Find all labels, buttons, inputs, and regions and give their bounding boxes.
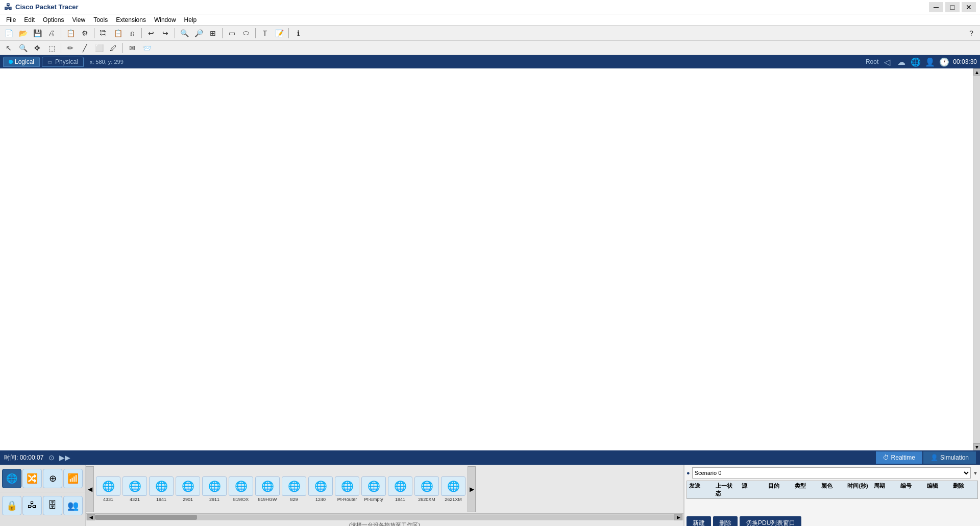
undo-delete-button[interactable]: ⎌ xyxy=(126,27,139,39)
new-button[interactable]: 📄 xyxy=(2,27,15,39)
paste-button[interactable]: 📋 xyxy=(111,27,125,39)
back-icon[interactable]: ◁ xyxy=(881,56,893,67)
redo-button[interactable]: ↪ xyxy=(159,27,172,39)
menu-extensions[interactable]: Extensions xyxy=(112,15,150,25)
scenario-circle-icon: ● xyxy=(687,470,690,476)
print-button[interactable]: 🖨 xyxy=(45,27,58,39)
custom-category[interactable]: 🗄 xyxy=(43,496,62,515)
complex-pdu-tool[interactable]: 📨 xyxy=(140,42,153,54)
right-scrollbar[interactable]: ▲ ▼ xyxy=(973,68,980,450)
root-label: Root xyxy=(866,58,878,65)
list-item[interactable]: 🌐 4321 xyxy=(122,476,147,502)
realtime-button[interactable]: ⏱ Realtime xyxy=(876,451,922,464)
list-item[interactable]: 🌐 829 xyxy=(282,476,306,502)
device-categories: 🌐 🔀 ⊕ 📶 🔒 🖧 🗄 👥 xyxy=(0,465,86,526)
wireless-category[interactable]: 📶 xyxy=(63,469,83,488)
routers-category[interactable]: 🌐 xyxy=(2,469,21,488)
activity-wizard-button[interactable]: 📋 xyxy=(64,27,77,39)
new-scenario-button[interactable]: 新建 xyxy=(687,516,711,526)
move-tool[interactable]: ✥ xyxy=(31,42,44,54)
search-tool[interactable]: 🔍 xyxy=(16,42,30,54)
menu-window[interactable]: Window xyxy=(150,15,180,25)
menu-options[interactable]: Options xyxy=(39,15,68,25)
simple-pdu-tool[interactable]: ✉ xyxy=(126,42,139,54)
select-tool[interactable]: ↖ xyxy=(2,42,15,54)
globe-icon[interactable]: 🌐 xyxy=(910,56,921,67)
list-item[interactable]: 🌐 819HGW xyxy=(255,476,280,502)
scroll-track[interactable] xyxy=(973,76,980,443)
logical-tab[interactable]: Logical xyxy=(3,57,40,67)
list-item[interactable]: 🌐 4331 xyxy=(96,476,120,502)
cloud-icon[interactable]: ☁ xyxy=(896,56,907,67)
col-time: 时间(秒) xyxy=(847,482,870,497)
scroll-up-arrow[interactable]: ▲ xyxy=(973,68,980,76)
maximize-button[interactable]: □ xyxy=(945,2,960,12)
router-1841-icon: 🌐 xyxy=(388,476,412,496)
device-list-scrollbar[interactable]: ◀ ▶ xyxy=(86,513,683,520)
multiselect-tool[interactable]: ⬚ xyxy=(45,42,58,54)
list-item[interactable]: 🌐 Pt-Empty xyxy=(361,476,386,502)
copy-button[interactable]: ⿻ xyxy=(97,27,110,39)
zoom-fit-button[interactable]: ⊞ xyxy=(206,27,219,39)
undo-button[interactable]: ↩ xyxy=(144,27,158,39)
scenario-dropdown-icon[interactable]: ▼ xyxy=(973,470,978,476)
menu-edit[interactable]: Edit xyxy=(20,15,39,25)
close-button[interactable]: ✕ xyxy=(962,2,976,12)
dev-scroll-track[interactable] xyxy=(95,515,674,520)
list-item[interactable]: 🌐 2621XM xyxy=(441,476,465,502)
timer-play-button[interactable]: ▶▶ xyxy=(60,452,70,463)
dev-scroll-right-arrow[interactable]: ▶ xyxy=(674,514,682,520)
device-scroll-left[interactable]: ◀ xyxy=(86,466,94,512)
physical-tab-label: Physical xyxy=(55,58,78,65)
add-note-button[interactable]: 📝 xyxy=(273,27,286,39)
list-item[interactable]: 🌐 1841 xyxy=(388,476,412,502)
list-item[interactable]: 🌐 2911 xyxy=(202,476,227,502)
save-button[interactable]: 💾 xyxy=(31,27,44,39)
menu-help[interactable]: Help xyxy=(180,15,201,25)
pencil-tool[interactable]: ✏ xyxy=(64,42,77,54)
scroll-down-arrow[interactable]: ▼ xyxy=(973,443,980,450)
list-item[interactable]: 🌐 2901 xyxy=(176,476,200,502)
minimize-button[interactable]: ─ xyxy=(929,2,943,12)
simulation-button[interactable]: 👤 Simulation xyxy=(923,451,976,464)
dev-scroll-left-arrow[interactable]: ◀ xyxy=(87,514,95,520)
add-text-button[interactable]: T xyxy=(258,27,272,39)
app-title: Cisco Packet Tracer xyxy=(15,3,79,11)
delete-scenario-button[interactable]: 删除 xyxy=(713,516,738,526)
list-item[interactable]: 🌐 2620XM xyxy=(414,476,439,502)
physical-tab[interactable]: ▭ Physical xyxy=(42,57,84,67)
separator5 xyxy=(222,28,223,38)
info-button[interactable]: ℹ xyxy=(291,27,305,39)
pdu-window-button[interactable]: 切换PDU列表窗口 xyxy=(740,516,801,526)
list-item[interactable]: 🌐 1240 xyxy=(308,476,333,502)
list-item[interactable]: 🌐 819IOX xyxy=(229,476,253,502)
open-button[interactable]: 📂 xyxy=(16,27,30,39)
pen-tool[interactable]: 🖊 xyxy=(107,42,120,54)
multiuser-category[interactable]: 👥 xyxy=(63,496,83,515)
menu-view[interactable]: View xyxy=(68,15,89,25)
preferences-button[interactable]: ⚙ xyxy=(78,27,91,39)
line-tool[interactable]: ╱ xyxy=(78,42,91,54)
device-scroll-right[interactable]: ▶ xyxy=(468,466,476,512)
router-2620xm-label: 2620XM xyxy=(414,497,439,502)
zoom-in-button[interactable]: 🔍 xyxy=(178,27,191,39)
draw-ellipse-button[interactable]: ⬭ xyxy=(239,27,253,39)
user-icon[interactable]: 👤 xyxy=(924,56,936,67)
timer-reset-button[interactable]: ⊙ xyxy=(46,452,57,463)
list-item[interactable]: 🌐 Pt-Router xyxy=(335,476,359,502)
clock-icon[interactable]: 🕐 xyxy=(939,56,950,67)
security-category[interactable]: 🔒 xyxy=(2,496,21,515)
wan-category[interactable]: 🖧 xyxy=(22,496,42,515)
menu-file[interactable]: File xyxy=(2,15,20,25)
hubs-category[interactable]: ⊕ xyxy=(43,469,62,488)
list-item[interactable]: 🌐 1941 xyxy=(149,476,174,502)
scenario-select[interactable]: Scenario 0 xyxy=(692,467,971,479)
router-819hgw-icon: 🌐 xyxy=(255,476,280,496)
switches-category[interactable]: 🔀 xyxy=(22,469,42,488)
menu-tools[interactable]: Tools xyxy=(89,15,112,25)
zoom-out-button[interactable]: 🔎 xyxy=(192,27,205,39)
router-819iox-label: 819IOX xyxy=(229,497,253,502)
draw-rect-button[interactable]: ▭ xyxy=(225,27,238,39)
eraser-tool[interactable]: ⬜ xyxy=(92,42,106,54)
help-button[interactable]: ? xyxy=(965,27,978,39)
